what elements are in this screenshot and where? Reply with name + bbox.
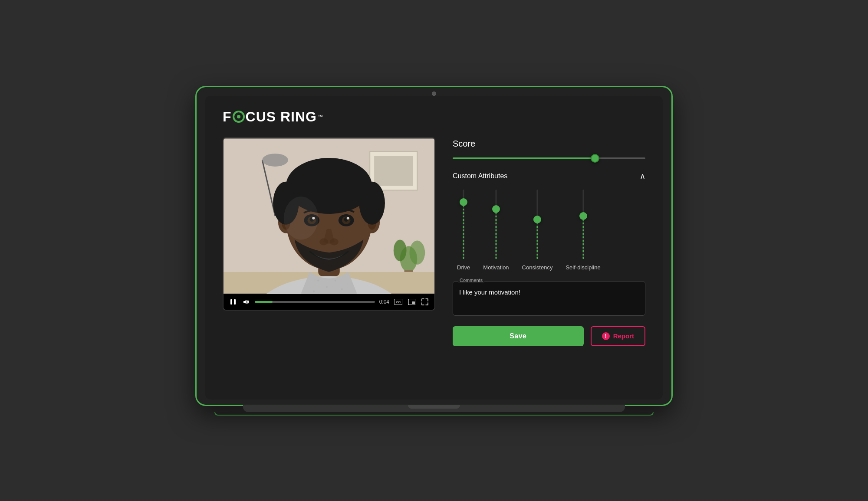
laptop-screen: F CUS RING ™ [205,96,663,399]
svg-text:CC: CC [396,301,401,304]
video-time: 0:04 [379,299,389,305]
logo-area: F CUS RING ™ [223,109,645,125]
motivation-slider-container[interactable] [490,190,503,259]
volume-button[interactable] [242,298,250,306]
drive-fill [463,203,464,259]
svg-rect-2 [374,156,413,186]
pip-icon [408,299,415,305]
progress-fill [255,301,273,303]
report-label: Report [613,332,634,340]
video-player: 0:04 CC [223,137,435,311]
buttons-row: Save ! Report [453,326,645,346]
svg-point-34 [330,238,339,245]
svg-point-14 [313,290,315,292]
content-area: 0:04 CC [223,137,645,346]
consistency-slider-item: Consistency [522,190,553,271]
motivation-label: Motivation [483,264,509,271]
video-section: 0:04 CC [223,137,435,311]
app-container: F CUS RING ™ [205,96,663,399]
logo-o-icon [232,110,245,123]
report-icon: ! [602,332,610,340]
consistency-label: Consistency [522,264,553,271]
pause-button[interactable] [229,298,237,306]
video-thumbnail [224,138,434,294]
vertical-sliders-row: Drive Motivation [453,190,645,271]
svg-point-7 [409,240,425,265]
drive-label: Drive [457,264,470,271]
score-label: Score [453,139,645,149]
svg-point-11 [317,279,319,281]
pause-icon [230,298,237,305]
svg-point-33 [319,238,328,245]
comments-section: Comments I like your motivation! [453,281,645,318]
svg-point-32 [347,216,349,219]
save-button[interactable]: Save [453,326,584,346]
report-button[interactable]: ! Report [591,326,645,346]
captions-button[interactable]: CC [394,298,403,306]
laptop-outer: F CUS RING ™ [195,86,673,416]
consistency-fill [537,221,538,259]
captions-icon: CC [395,299,402,305]
fullscreen-icon [421,298,428,305]
attributes-section: Custom Attributes ∧ [453,171,645,271]
fullscreen-button[interactable] [421,298,429,306]
comments-label: Comments [458,278,484,283]
motivation-slider-item: Motivation [483,190,509,271]
self-discipline-slider-container[interactable] [577,190,590,259]
laptop-base [243,405,625,412]
svg-rect-36 [230,299,232,305]
svg-point-15 [341,288,343,290]
svg-point-6 [394,239,407,261]
comments-textarea[interactable]: I like your motivation! [453,281,645,316]
score-section: Score [453,139,645,161]
motivation-thumb[interactable] [492,205,500,213]
svg-rect-37 [234,299,236,305]
video-frame-svg [224,138,434,294]
right-panel: Score Custom Attributes ∧ [453,137,645,346]
chevron-up-icon[interactable]: ∧ [640,171,645,181]
video-controls: 0:04 CC [224,294,434,310]
self-discipline-slider-item: Self-discipline [566,190,600,271]
svg-point-24 [359,181,385,224]
consistency-slider-container[interactable] [531,190,544,259]
svg-point-4 [262,154,288,167]
logo: F CUS RING ™ [223,109,645,125]
volume-icon [243,298,250,305]
drive-slider-item: Drive [457,190,470,271]
logo-tm: ™ [318,114,323,120]
laptop-camera [432,92,436,96]
drive-thumb[interactable] [460,198,467,206]
attributes-header: Custom Attributes ∧ [453,171,645,181]
svg-point-12 [326,286,328,288]
progress-bar[interactable] [255,301,375,303]
pip-button[interactable] [408,298,416,306]
svg-rect-41 [412,301,415,304]
self-discipline-label: Self-discipline [566,264,600,271]
svg-point-35 [284,196,318,239]
motivation-fill [495,210,496,259]
score-slider[interactable] [453,157,645,159]
laptop-screen-border: F CUS RING ™ [195,86,673,406]
self-discipline-thumb[interactable] [579,212,587,220]
svg-point-13 [335,279,336,281]
consistency-thumb[interactable] [533,216,541,223]
laptop-bottom [214,412,654,416]
self-discipline-fill [582,217,584,259]
logo-text: F CUS RING [223,109,317,125]
attributes-title: Custom Attributes [453,172,507,180]
laptop-notch [408,405,460,409]
drive-slider-container[interactable] [457,190,470,259]
